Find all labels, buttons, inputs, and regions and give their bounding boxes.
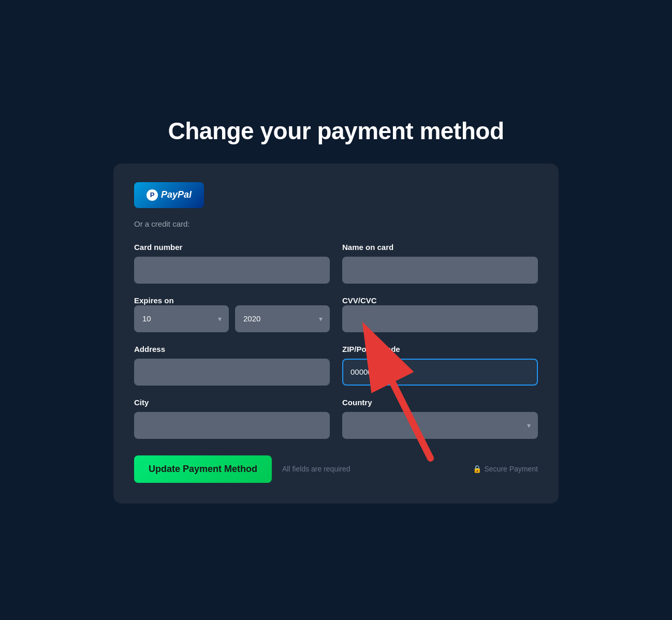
payment-form-card: P PayPal Or a credit card: Card number N… (113, 164, 559, 504)
zip-input[interactable] (342, 359, 538, 386)
address-label: Address (134, 345, 330, 353)
page-title: Change your payment method (168, 117, 504, 145)
card-number-group: Card number (134, 243, 330, 284)
year-select-wrapper: 2020 2021 2022 2023 2024 2025 ▾ (235, 305, 330, 332)
paypal-button[interactable]: P PayPal (134, 182, 204, 208)
card-number-input[interactable] (134, 257, 330, 284)
update-payment-button[interactable]: Update Payment Method (134, 455, 272, 483)
secure-payment-label: 🔒 Secure Payment (473, 465, 538, 473)
expires-cvv-row: Expires on 10 01 02 03 04 05 06 07 08 09 (134, 296, 538, 332)
country-select-wrapper: United States United Kingdom Canada ▾ (342, 412, 538, 439)
address-group: Address (134, 345, 330, 386)
city-country-row: City Country United States United Kingdo… (134, 398, 538, 439)
country-label: Country (342, 398, 538, 407)
city-input[interactable] (134, 412, 330, 439)
zip-label: ZIP/Postal code (342, 345, 538, 353)
country-select[interactable]: United States United Kingdom Canada (342, 412, 538, 439)
cvv-label: CVV/CVC (342, 296, 377, 305)
zip-group: ZIP/Postal code (342, 345, 538, 386)
country-group: Country United States United Kingdom Can… (342, 398, 538, 439)
paypal-label: PayPal (161, 189, 192, 200)
name-on-card-input[interactable] (342, 257, 538, 284)
paypal-icon: P (147, 189, 158, 201)
city-group: City (134, 398, 330, 439)
city-label: City (134, 398, 330, 407)
month-select-wrapper: 10 01 02 03 04 05 06 07 08 09 11 12 ▾ (134, 305, 229, 332)
year-select[interactable]: 2020 2021 2022 2023 2024 2025 (235, 305, 330, 332)
cvv-group: CVV/CVC (342, 296, 538, 332)
lock-icon: 🔒 (473, 465, 481, 473)
or-credit-label: Or a credit card: (134, 219, 538, 228)
card-name-row: Card number Name on card (134, 243, 538, 284)
name-on-card-label: Name on card (342, 243, 538, 252)
expire-selects: 10 01 02 03 04 05 06 07 08 09 11 12 ▾ (134, 305, 330, 332)
address-input[interactable] (134, 359, 330, 386)
cvv-input[interactable] (342, 305, 538, 332)
expires-label: Expires on (134, 296, 174, 305)
month-select[interactable]: 10 01 02 03 04 05 06 07 08 09 11 12 (134, 305, 229, 332)
name-on-card-group: Name on card (342, 243, 538, 284)
required-note: All fields are required (282, 465, 350, 473)
address-zip-row: Address ZIP/Postal code (134, 345, 538, 386)
expires-group: Expires on 10 01 02 03 04 05 06 07 08 09 (134, 296, 330, 332)
card-number-label: Card number (134, 243, 330, 252)
footer-row: Update Payment Method All fields are req… (134, 455, 538, 483)
